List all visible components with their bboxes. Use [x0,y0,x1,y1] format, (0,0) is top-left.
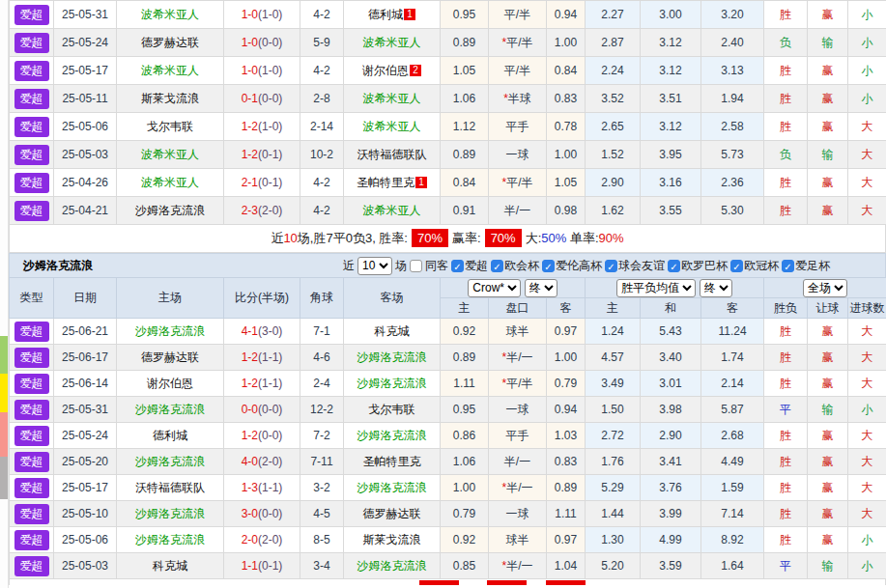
handicap-result-cell: 输 [808,29,848,57]
home-team-name[interactable]: 谢尔伯恩 [147,377,193,390]
corners-cell: 2-8 [300,85,344,113]
handicap-away-odds-cell: 1.00 [547,141,586,169]
away-team-name[interactable]: 斯莱戈流浪 [363,533,421,546]
away-team-name[interactable]: 圣帕特里克 [357,176,414,189]
handicap-company-select[interactable]: Crow* [468,279,521,297]
away-team-name[interactable]: 德利城 [368,8,403,21]
goals-result-cell: 大 [848,475,886,501]
away-team-name[interactable]: 谢尔伯恩 [362,64,409,77]
home-team-name[interactable]: 波希米亚人 [141,148,199,161]
away-team-name[interactable]: 沙姆洛克流浪 [357,350,427,364]
handicap-group-header: Crow* 终 [441,278,586,298]
away-team-name[interactable]: 圣帕特里克 [363,455,421,468]
home-team-name[interactable]: 戈尔韦联 [147,120,193,133]
away-team-name[interactable]: 波希米亚人 [363,36,421,49]
handicap-result-value: 赢 [822,120,834,133]
handicap-result-value: 赢 [822,64,834,77]
away-team-name[interactable]: 沙姆洛克流浪 [357,559,427,573]
away-team-name[interactable]: 沙姆洛克流浪 [357,481,427,494]
corners-cell: 2-4 [300,371,344,397]
home-team-name[interactable]: 沙姆洛克流浪 [135,507,205,520]
league-filter-checkbox[interactable]: ✓ [668,260,680,272]
europe-draw-odds-cell: 3.40 [641,345,701,371]
home-team-name[interactable]: 德利城 [153,429,187,442]
europe-type-select[interactable]: 胜平负均值 [616,279,696,297]
result-value: 胜 [780,8,791,21]
away-team-name[interactable]: 德罗赫达联 [363,507,421,520]
big-rate-label: 大: [526,231,542,245]
home-team-cell: 谢尔伯恩 [117,371,224,397]
corners-cell: 4-6 [300,345,344,371]
away-team-name[interactable]: 沙姆洛克流浪 [357,429,427,442]
league-filter-checkbox[interactable]: ✓ [451,260,464,272]
match-count-select[interactable]: 10 [357,257,392,275]
handicap-time-select[interactable]: 终 [525,279,557,297]
away-team-name[interactable]: 沃特福德联队 [357,148,427,161]
home-team-name[interactable]: 沙姆洛克流浪 [135,455,205,468]
match-row: 爱超25-05-24德利城1-2(0-0)7-2沙姆洛克流浪0.86平手1.03… [10,423,886,449]
score-cell: 1-0(1-0) [224,1,300,29]
home-team-cell: 沙姆洛克流浪 [117,197,224,225]
handicap-line-cell: 半/一 [489,449,547,475]
goals-result-value: 小 [862,64,873,77]
europe-away-odds-cell: 2.40 [701,29,764,57]
away-team-name[interactable]: 波希米亚人 [363,204,421,217]
home-team-cell: 波希米亚人 [117,1,224,29]
home-team-name[interactable]: 沃特福德联队 [135,481,205,494]
league-cell: 爱超 [10,449,54,475]
home-team-cell: 沙姆洛克流浪 [117,527,224,553]
goals-result-value: 大 [862,148,873,161]
home-team-name[interactable]: 德罗赫达联 [141,350,199,364]
league-cell: 爱超 [10,423,54,449]
result-value: 胜 [780,455,791,468]
result-value: 负 [780,148,791,161]
away-team-name[interactable]: 科克城 [375,324,410,338]
handicap-away-odds-cell: 0.83 [547,85,586,113]
europe-draw-odds-cell: 5.43 [641,319,701,345]
home-team-name[interactable]: 波希米亚人 [141,64,199,77]
fulltime-score: 1-2 [242,148,258,161]
league-badge: 爱超 [14,201,49,221]
away-team-name[interactable]: 戈尔韦联 [369,403,415,416]
away-team-name[interactable]: 沙姆洛克流浪 [357,377,427,390]
score-cell: 2-0(2-0) [224,527,300,553]
halftime-score: (1-1) [258,481,282,494]
home-team-name[interactable]: 沙姆洛克流浪 [135,403,205,416]
league-filter-checkbox[interactable]: ✓ [782,260,794,272]
home-team-name[interactable]: 波希米亚人 [141,176,199,189]
league-filter-checkbox[interactable]: ✓ [605,260,617,272]
home-team-name[interactable]: 波希米亚人 [141,8,199,21]
result-cell: 胜 [764,423,808,449]
result-cell: 胜 [764,527,808,553]
away-team-name[interactable]: 波希米亚人 [363,92,421,105]
corners-cell: 3-2 [300,475,344,501]
league-filter-checkbox[interactable]: ✓ [730,260,743,272]
handicap-away-odds-cell: 0.89 [547,475,586,501]
league-badge: 爱超 [14,452,49,472]
home-team-name[interactable]: 德罗赫达联 [141,36,199,49]
league-filter-checkbox[interactable]: ✓ [542,260,555,272]
league-filter-label: 欧罗巴杯 [681,258,728,274]
result-value: 胜 [780,377,791,390]
away-team-cell: 沙姆洛克流浪 [344,553,441,579]
handicap-result-value: 输 [822,148,834,161]
date-cell: 25-05-10 [54,501,117,527]
europe-time-select[interactable]: 终 [700,279,732,297]
home-team-name[interactable]: 斯莱戈流浪 [141,92,199,105]
same-away-checkbox[interactable] [410,260,422,272]
europe-home-odds-cell: 3.49 [586,371,641,397]
cutoff-rate-badge [546,580,586,585]
home-team-name[interactable]: 沙姆洛克流浪 [135,324,205,338]
home-team-name[interactable]: 沙姆洛克流浪 [135,533,205,546]
league-filter-checkbox[interactable]: ✓ [491,260,503,272]
scope-select[interactable]: 全场 [803,279,847,297]
away-team-name[interactable]: 波希米亚人 [363,120,421,133]
home-team-name[interactable]: 沙姆洛克流浪 [135,204,205,217]
home-team-name[interactable]: 科克城 [153,559,187,573]
handicap-result-cell: 赢 [808,85,848,113]
away-team-cell: 波希米亚人 [344,197,441,225]
league-badge: 爱超 [14,556,49,576]
handicap-result-cell: 赢 [808,113,848,141]
league-cell: 爱超 [10,475,54,501]
europe-home-odds-cell: 5.20 [586,553,641,579]
